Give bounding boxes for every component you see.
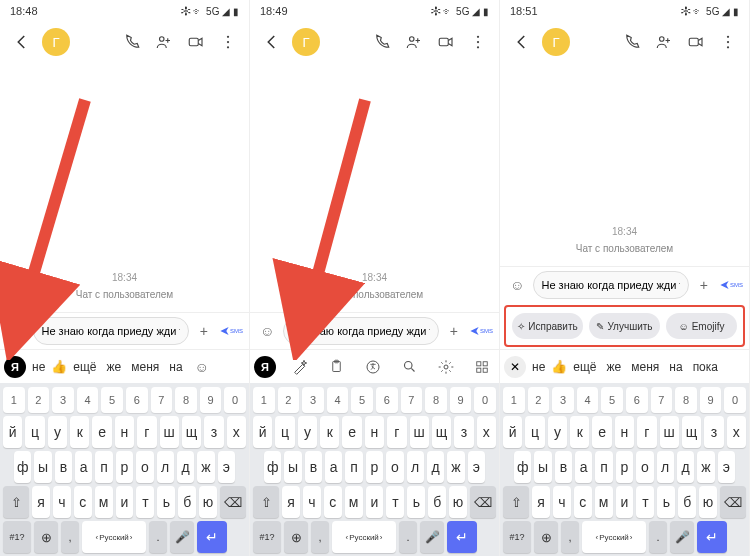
- key-letter[interactable]: у: [48, 416, 67, 448]
- key-letter[interactable]: п: [95, 451, 112, 483]
- key-letter[interactable]: а: [325, 451, 342, 483]
- key-letter[interactable]: ч: [53, 486, 71, 518]
- key-letter[interactable]: ь: [157, 486, 175, 518]
- key-letter[interactable]: ж: [447, 451, 464, 483]
- shift-key[interactable]: ⇧: [253, 486, 279, 518]
- attach-button[interactable]: +: [693, 273, 716, 297]
- space-key[interactable]: ‹Русский›: [332, 521, 396, 553]
- yandex-button[interactable]: Я: [4, 356, 26, 378]
- search-icon[interactable]: [396, 354, 422, 380]
- key-letter[interactable]: р: [116, 451, 133, 483]
- key-letter[interactable]: з: [454, 416, 473, 448]
- key-letter[interactable]: х: [227, 416, 246, 448]
- message-input[interactable]: [283, 317, 439, 345]
- emoji-icon[interactable]: ☺: [189, 354, 215, 380]
- back-button[interactable]: [508, 28, 536, 56]
- settings-icon[interactable]: [433, 354, 459, 380]
- key-letter[interactable]: н: [115, 416, 134, 448]
- key-letter[interactable]: щ: [182, 416, 201, 448]
- key-letter[interactable]: ч: [303, 486, 321, 518]
- key-letter[interactable]: й: [253, 416, 272, 448]
- call-icon[interactable]: [119, 29, 145, 55]
- key-letter[interactable]: б: [678, 486, 696, 518]
- key-num[interactable]: 8: [175, 387, 197, 413]
- back-button[interactable]: [258, 28, 286, 56]
- key-num[interactable]: 9: [450, 387, 472, 413]
- key-letter[interactable]: я: [32, 486, 50, 518]
- shift-key[interactable]: ⇧: [503, 486, 529, 518]
- key-letter[interactable]: н: [365, 416, 384, 448]
- key-letter[interactable]: а: [575, 451, 592, 483]
- yandex-button[interactable]: Я: [254, 356, 276, 378]
- comma-key[interactable]: ,: [311, 521, 329, 553]
- key-letter[interactable]: д: [427, 451, 444, 483]
- key-letter[interactable]: э: [468, 451, 485, 483]
- key-letter[interactable]: л: [157, 451, 174, 483]
- key-num[interactable]: 2: [528, 387, 550, 413]
- suggestion-word[interactable]: меня: [127, 360, 163, 374]
- avatar[interactable]: Г: [292, 28, 320, 56]
- key-letter[interactable]: ю: [449, 486, 467, 518]
- key-letter[interactable]: г: [387, 416, 406, 448]
- key-num[interactable]: 5: [601, 387, 623, 413]
- suggestion-word[interactable]: ещё: [69, 360, 100, 374]
- suggestion-emoji[interactable]: 👍: [551, 359, 567, 374]
- key-num[interactable]: 3: [52, 387, 74, 413]
- backspace-key[interactable]: ⌫: [220, 486, 246, 518]
- more-icon[interactable]: [215, 29, 241, 55]
- key-letter[interactable]: с: [324, 486, 342, 518]
- close-button[interactable]: ✕: [504, 356, 526, 378]
- key-num[interactable]: 6: [126, 387, 148, 413]
- suggestion-word[interactable]: не: [528, 360, 549, 374]
- enter-key[interactable]: ↵: [197, 521, 227, 553]
- key-num[interactable]: 0: [474, 387, 496, 413]
- add-person-icon[interactable]: [151, 29, 177, 55]
- key-num[interactable]: 3: [302, 387, 324, 413]
- key-num[interactable]: 9: [700, 387, 722, 413]
- key-letter[interactable]: ф: [264, 451, 281, 483]
- key-letter[interactable]: ю: [199, 486, 217, 518]
- video-icon[interactable]: [183, 29, 209, 55]
- key-num[interactable]: 6: [626, 387, 648, 413]
- key-letter[interactable]: м: [595, 486, 613, 518]
- key-letter[interactable]: х: [477, 416, 496, 448]
- key-letter[interactable]: ь: [657, 486, 675, 518]
- key-letter[interactable]: д: [677, 451, 694, 483]
- more-icon[interactable]: [465, 29, 491, 55]
- suggestion-emoji[interactable]: 👍: [51, 359, 67, 374]
- key-num[interactable]: 2: [278, 387, 300, 413]
- key-letter[interactable]: у: [548, 416, 567, 448]
- key-letter[interactable]: т: [386, 486, 404, 518]
- key-letter[interactable]: п: [345, 451, 362, 483]
- key-letter[interactable]: ж: [697, 451, 714, 483]
- globe-key[interactable]: ⊕: [284, 521, 308, 553]
- key-num[interactable]: 3: [552, 387, 574, 413]
- key-letter[interactable]: м: [95, 486, 113, 518]
- key-letter[interactable]: ц: [275, 416, 294, 448]
- magic-icon[interactable]: [287, 354, 313, 380]
- symbols-key[interactable]: #1?: [503, 521, 531, 553]
- symbols-key[interactable]: #1?: [253, 521, 281, 553]
- globe-key[interactable]: ⊕: [34, 521, 58, 553]
- key-letter[interactable]: щ: [432, 416, 451, 448]
- add-person-icon[interactable]: [401, 29, 427, 55]
- key-letter[interactable]: з: [704, 416, 723, 448]
- key-num[interactable]: 4: [327, 387, 349, 413]
- key-letter[interactable]: г: [137, 416, 156, 448]
- suggestion-word[interactable]: пока: [689, 360, 722, 374]
- grid-icon[interactable]: [469, 354, 495, 380]
- back-button[interactable]: [8, 28, 36, 56]
- symbols-key[interactable]: #1?: [3, 521, 31, 553]
- key-letter[interactable]: ш: [660, 416, 679, 448]
- avatar[interactable]: Г: [542, 28, 570, 56]
- suggestion-word[interactable]: не: [28, 360, 49, 374]
- key-letter[interactable]: в: [305, 451, 322, 483]
- key-letter[interactable]: г: [637, 416, 656, 448]
- key-letter[interactable]: э: [218, 451, 235, 483]
- key-letter[interactable]: и: [366, 486, 384, 518]
- backspace-key[interactable]: ⌫: [470, 486, 496, 518]
- key-letter[interactable]: к: [570, 416, 589, 448]
- key-letter[interactable]: е: [342, 416, 361, 448]
- key-num[interactable]: 8: [425, 387, 447, 413]
- emoji-button[interactable]: ☺: [6, 319, 29, 343]
